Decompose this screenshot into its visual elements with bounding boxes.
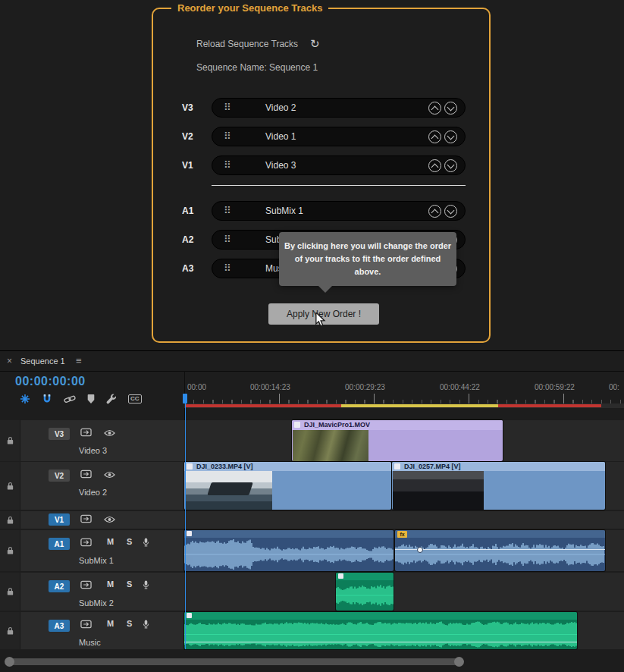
drag-handle-icon[interactable]: ⠿ [224,205,231,216]
scrollbar-thumb[interactable] [10,658,459,665]
track-lane-v2[interactable]: DJI_0233.MP4 [V] DJI_0257.MP4 [V] [184,462,624,510]
panel-menu-icon[interactable]: ≡ [76,355,82,366]
clip-dji-mavicpro1[interactable]: DJI_MavicPro1.MOV [292,420,503,461]
timeline-settings-wrench-icon[interactable] [106,394,117,404]
solo-button[interactable]: S [127,579,132,589]
toggle-track-output-eye-icon[interactable] [104,429,115,437]
solo-button[interactable]: S [127,619,132,628]
clip-thumbnail [185,471,272,510]
source-patch-icon[interactable] [80,428,92,437]
playhead-timecode[interactable]: 00:00:00:00 [15,375,86,388]
track-lock-icon[interactable] [6,482,14,491]
track-badge-a2[interactable]: A2 [49,580,70,592]
clip-dji-0233[interactable]: DJI_0233.MP4 [V] [184,462,391,510]
track-lane-a2[interactable] [184,573,624,611]
track-lane-a3[interactable] [184,612,624,649]
track-badge-v3[interactable]: V3 [49,428,70,440]
track-lane-v1[interactable] [184,511,624,529]
ruler-ticks[interactable] [184,394,624,404]
track-lock-icon[interactable] [6,546,14,555]
reorder-tracks-panel: Reorder your Sequence Tracks Reload Sequ… [152,8,491,343]
move-up-button[interactable] [428,130,441,143]
track-pill-v1[interactable]: ⠿ Video 3 [212,155,466,175]
zoom-handle-right[interactable] [454,657,464,667]
track-badge-a3[interactable]: A3 [49,620,70,632]
move-down-button[interactable] [444,159,457,172]
track-header-a2: A2 M S SubMix 2 [0,573,184,611]
volume-rubber-band[interactable] [184,642,577,642]
track-pill-v2[interactable]: ⠿ Video 1 [212,127,466,146]
drag-handle-icon[interactable]: ⠿ [224,130,231,142]
move-down-button[interactable] [444,130,457,143]
add-marker-icon[interactable] [87,394,95,404]
voiceover-mic-icon[interactable] [143,537,149,548]
move-down-button[interactable] [444,102,457,115]
audio-clip-music[interactable] [184,612,577,649]
audio-clip-a2[interactable] [336,573,394,611]
voiceover-mic-icon[interactable] [143,619,149,630]
clip-fx-badge-icon [187,531,192,536]
mute-button[interactable]: M [107,537,114,546]
thumbnail-detail [207,482,253,495]
source-patch-icon[interactable] [80,469,92,479]
voiceover-mic-icon[interactable] [143,579,149,590]
clip-title-bar: DJI_0233.MP4 [V] [184,462,391,471]
toggle-track-output-eye-icon[interactable] [104,471,115,479]
clip-title-bar [184,530,394,538]
refresh-icon[interactable]: ↻ [310,38,320,49]
playhead-handle[interactable] [183,394,187,404]
track-badge-v1[interactable]: V1 [49,513,70,526]
snap-magnet-icon[interactable] [42,394,52,404]
ruler-label: 00: [609,383,619,391]
clip-dji-0257[interactable]: DJI_0257.MP4 [V] [392,462,605,510]
move-up-button[interactable] [428,159,441,172]
zoom-handle-left[interactable] [5,657,14,667]
track-lock-icon[interactable] [6,626,14,636]
track-badge-v2[interactable]: V2 [49,469,70,482]
keyframe-dot[interactable] [417,547,423,553]
source-patch-icon[interactable] [80,620,92,629]
close-panel-icon[interactable]: × [7,356,12,366]
drag-handle-icon[interactable]: ⠿ [224,159,231,171]
playhead-line[interactable] [185,394,186,649]
move-down-button[interactable] [444,205,457,218]
panel-title: Reorder your Sequence Tracks [171,2,328,14]
toggle-track-output-eye-icon[interactable] [104,516,115,523]
audio-clip-a1-right[interactable]: fx [395,530,605,571]
lock-strip [0,420,20,461]
track-pill-a1[interactable]: ⠿ SubMix 1 [212,201,466,221]
nest-sequence-icon[interactable] [20,394,30,404]
sequence-tab[interactable]: Sequence 1 [20,356,65,366]
track-lock-icon[interactable] [6,587,14,596]
source-patch-icon[interactable] [80,538,92,547]
track-pill-v3[interactable]: ⠿ Video 2 [212,98,466,118]
solo-button[interactable]: S [127,537,132,546]
move-up-button[interactable] [428,205,441,218]
track-badge-a1[interactable]: A1 [49,538,70,550]
clip-title-bar [336,573,394,580]
source-patch-icon[interactable] [80,580,92,589]
captions-icon[interactable]: CC [128,394,142,404]
linked-selection-icon[interactable] [64,394,76,404]
audio-waveform [184,538,394,571]
mute-button[interactable]: M [107,619,114,628]
track-header-v1: V1 [0,511,184,529]
drag-handle-icon[interactable]: ⠿ [224,234,231,245]
tooltip-text: By clicking here you will change the ord… [284,241,451,276]
audio-waveform [395,538,605,571]
move-up-button[interactable] [428,102,441,115]
volume-rubber-band[interactable] [395,549,605,550]
audio-clip-a1-left[interactable] [184,530,394,571]
track-lock-icon[interactable] [6,516,14,525]
drag-handle-icon[interactable]: ⠿ [224,262,231,274]
pill-track-name: Video 2 [265,102,296,113]
source-patch-icon[interactable] [80,514,92,523]
track-lock-icon[interactable] [6,436,14,445]
track-lane-a1[interactable]: fx [184,530,624,571]
mute-button[interactable]: M [107,579,114,589]
drag-handle-icon[interactable]: ⠿ [224,102,231,113]
track-lane-v3[interactable]: DJI_MavicPro1.MOV [184,420,624,461]
time-ruler[interactable]: 00:00 00:00:14:23 00:00:29:23 00:00:44:2… [184,383,624,394]
reorder-row-v1: V1 ⠿ Video 3 [153,155,489,175]
ruler-label: 00:00:44:22 [440,383,480,391]
